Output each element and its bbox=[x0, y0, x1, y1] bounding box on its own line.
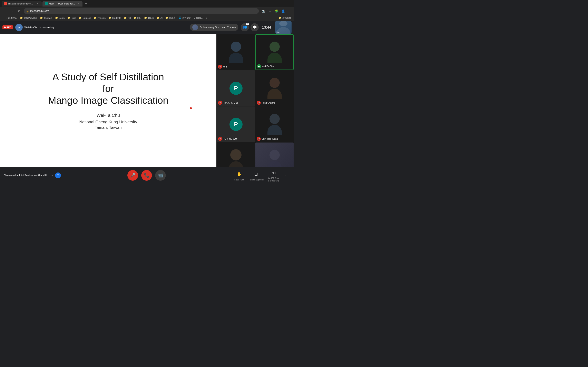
back-button[interactable]: ← bbox=[2, 8, 7, 14]
other-participants-text: Dr. Monomoy Gos... and 61 more bbox=[200, 26, 236, 29]
participants-button[interactable]: 👥 73 bbox=[241, 23, 249, 31]
participants-panel: 🎤 You ▶ Wei-Ta Chu bbox=[216, 34, 294, 167]
tab-meet-close[interactable]: ✕ bbox=[77, 2, 80, 5]
participant-avatar-small bbox=[192, 25, 198, 30]
participant-tile-weita: ▶ Wei-Ta Chu bbox=[255, 34, 294, 70]
refresh-button[interactable]: ↺ bbox=[16, 8, 22, 14]
participant-tile-po-ying: P 🎤 PO-YING WU bbox=[217, 106, 255, 142]
moon-label: 射月計劃 – Google... bbox=[182, 16, 203, 19]
chin-mute-icon: 🎤 bbox=[257, 137, 261, 141]
folder-icon: 📁 bbox=[165, 17, 168, 19]
mute-button[interactable]: 🎤 bbox=[127, 170, 138, 181]
chat-icon: 💬 bbox=[252, 25, 257, 30]
news-label: 網頁快訊圖庫 bbox=[24, 16, 37, 19]
folder-icon: 📁 bbox=[55, 17, 58, 19]
security-shield-icon: 🛡 bbox=[55, 173, 61, 178]
phone-hangup-icon: 📞 bbox=[144, 173, 149, 178]
participant-tile-you: 🎤 You bbox=[217, 34, 255, 70]
head bbox=[269, 78, 280, 88]
tab-gmail-close[interactable]: ✕ bbox=[36, 2, 39, 5]
captions-control[interactable]: ⊡ Turn on captions bbox=[247, 170, 265, 181]
bookmark-confs[interactable]: 📁 Confs bbox=[54, 16, 66, 20]
slide-content: A Study of Self DistillationforMango Ima… bbox=[40, 63, 177, 138]
rohit-name-bar: 🎤 Rohit Sharma bbox=[257, 101, 292, 105]
presenter-name: Wei-Ta Chu is presenting bbox=[24, 26, 54, 29]
rohit-name: Rohit Sharma bbox=[261, 101, 275, 104]
bookmark-other[interactable]: 📁 其他書籤 bbox=[277, 16, 292, 20]
bookmark-tcus[interactable]: 📁 TCUS bbox=[143, 16, 155, 20]
folder-icon: 📁 bbox=[278, 17, 281, 19]
tab-meet[interactable]: Meet – Taiwan-India Joint... ✕ bbox=[43, 1, 82, 7]
prof-das-mute-icon: 🎤 bbox=[218, 101, 222, 105]
new-tab-button[interactable]: + bbox=[83, 1, 89, 7]
tab-gmail-label: link and schedule for the Taiwa... bbox=[8, 2, 35, 5]
browser-frame: link and schedule for the Taiwa... ✕ Mee… bbox=[0, 0, 294, 21]
more-options-icon[interactable]: ⋮ bbox=[287, 8, 292, 14]
bookmark-moon[interactable]: 🌐 射月計劃 – Google... bbox=[177, 16, 204, 20]
bookmark-ppl[interactable]: 📁 Ppl bbox=[123, 16, 132, 20]
bookmark-mis[interactable]: 📁 MIS bbox=[132, 16, 143, 20]
folder-icon: 📁 bbox=[157, 17, 160, 19]
other-participants-panel[interactable]: Dr. Monomoy Gos... and 61 more bbox=[190, 24, 238, 31]
more-options-button[interactable]: ⋮ bbox=[282, 171, 290, 179]
rohit-mute-icon: 🎤 bbox=[257, 101, 261, 105]
camera-icon[interactable]: 📷 bbox=[260, 8, 266, 14]
extensions-puzzle-icon[interactable]: 🧩 bbox=[274, 8, 279, 14]
bookmark-ai[interactable]: 📁 AI bbox=[156, 16, 164, 20]
slide-author: Wei-Ta Chu bbox=[48, 113, 168, 118]
meeting-timer: 13:44 bbox=[260, 25, 273, 30]
body bbox=[268, 53, 282, 63]
weita-name-bar: ▶ Wei-Ta Chu bbox=[257, 64, 292, 68]
journals-label: Journals bbox=[44, 17, 52, 19]
body bbox=[268, 125, 282, 135]
head bbox=[269, 150, 280, 160]
bookmark-news[interactable]: 📁 網頁快訊圖庫 bbox=[19, 16, 38, 20]
body bbox=[229, 161, 243, 167]
participant-row-1: 🎤 You ▶ Wei-Ta Chu bbox=[217, 34, 294, 70]
prof-das-name-bar: 🎤 Prof. S. K. Das bbox=[218, 101, 254, 105]
bookmark-projects[interactable]: 📁 Projects bbox=[93, 16, 107, 20]
people-icon: 👥 bbox=[242, 25, 247, 30]
prof-das-avatar-text: P bbox=[234, 85, 238, 92]
participant-tile-rohit: 🎤 Rohit Sharma bbox=[255, 70, 294, 106]
your-thumbnail: You bbox=[275, 21, 292, 34]
gmail-favicon bbox=[4, 2, 7, 5]
chat-button[interactable]: 💬 bbox=[251, 23, 259, 31]
participant-row-4: 🎤 Sivaji Ch 🎤 Prof. S. K. Das bbox=[217, 142, 294, 167]
expand-meeting-info-button[interactable]: ▲ bbox=[51, 174, 53, 177]
mic-muted-icon: 🎤 bbox=[130, 173, 136, 178]
meeting-title: Taiwan-India Joint Seminar on AI and H..… bbox=[4, 174, 49, 177]
participant-tile-chin: 🎤 Chin Tsan Wang bbox=[255, 106, 294, 142]
camera-toggle-button[interactable]: 📹 bbox=[155, 170, 166, 181]
bottom-controls-right: ✋ Raise hand ⊡ Turn on captions ↑⊡ Wei-T… bbox=[233, 169, 290, 182]
tab-gmail[interactable]: link and schedule for the Taiwa... ✕ bbox=[2, 1, 42, 7]
chiayi-label: 嘉義市 bbox=[169, 16, 176, 19]
bookmark-more[interactable]: » bbox=[205, 16, 208, 20]
bookmark-journals[interactable]: 📁 Journals bbox=[39, 16, 53, 20]
toolbar-right: 📷 ☆ 🧩 👤 ⋮ bbox=[260, 8, 292, 14]
folder-icon: 📁 bbox=[108, 17, 111, 19]
bookmark-chiayi[interactable]: 📁 嘉義市 bbox=[164, 16, 177, 20]
weita-name: Wei-Ta Chu bbox=[262, 65, 274, 67]
bookmark-star-icon[interactable]: ☆ bbox=[267, 8, 273, 14]
forward-button[interactable]: → bbox=[9, 8, 15, 14]
bookmark-students[interactable]: 📁 Students bbox=[107, 16, 122, 20]
chin-name-bar: 🎤 Chin Tsan Wang bbox=[257, 137, 292, 141]
hang-up-button[interactable]: 📞 bbox=[141, 170, 152, 181]
raise-hand-label: Raise hand bbox=[234, 179, 245, 181]
url-bar[interactable]: 🔒 meet.google.com bbox=[24, 8, 259, 14]
head bbox=[269, 114, 280, 124]
presenting-label: Wei-Ta Chuis presenting bbox=[268, 177, 279, 182]
folder-icon: 📁 bbox=[124, 17, 127, 19]
bookmark-apps[interactable]: ⋮⋮ 應用程式 bbox=[2, 16, 18, 20]
presenting-control[interactable]: ↑⊡ Wei-Ta Chuis presenting bbox=[266, 169, 281, 182]
body bbox=[229, 53, 243, 63]
raise-hand-control[interactable]: ✋ Raise hand bbox=[233, 170, 246, 181]
bookmark-courses[interactable]: 📁 Courses bbox=[78, 16, 92, 20]
po-ying-avatar-text: P bbox=[234, 121, 238, 128]
captions-label: Turn on captions bbox=[249, 179, 264, 181]
profile-icon[interactable]: 👤 bbox=[280, 8, 286, 14]
bookmark-trips[interactable]: 📁 Trips bbox=[66, 16, 77, 20]
tab-bar: link and schedule for the Taiwa... ✕ Mee… bbox=[0, 0, 294, 7]
body bbox=[268, 161, 282, 167]
